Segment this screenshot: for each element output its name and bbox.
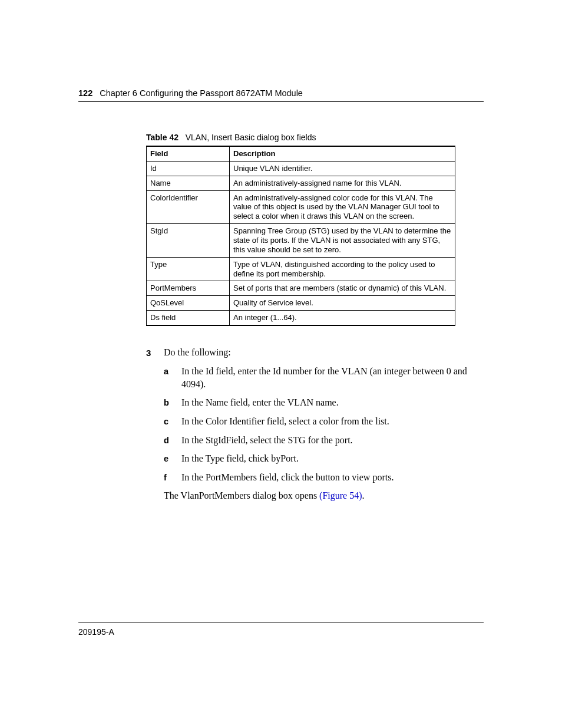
chapter-title: Chapter 6 Configuring the Passport 8672A… — [100, 88, 303, 98]
substep: fIn the PortMembers field, click the but… — [164, 471, 484, 484]
table-row: TypeType of VLAN, distinguished accordin… — [147, 257, 455, 281]
substep: aIn the Id field, enter the Id number fo… — [164, 365, 484, 390]
col-header-field: Field — [147, 146, 230, 161]
running-header: 122 Chapter 6 Configuring the Passport 8… — [78, 88, 484, 102]
table-row: NameAn administratively-assigned name fo… — [147, 176, 455, 190]
page-number: 122 — [78, 88, 92, 98]
document-id: 209195-A — [78, 627, 114, 637]
substep: bIn the Name field, enter the VLAN name. — [164, 396, 484, 409]
table-row: ColorIdentifierAn administratively-assig… — [147, 190, 455, 224]
substep: cIn the Color Identifier field, select a… — [164, 415, 484, 428]
col-header-description: Description — [230, 146, 455, 161]
table-row: PortMembersSet of ports that are members… — [147, 281, 455, 296]
followup-text: The VlanPortMembers dialog box opens (Fi… — [164, 489, 484, 502]
substep: dIn the StgIdField, select the STG for t… — [164, 434, 484, 447]
figure-link[interactable]: (Figure 54) — [319, 490, 362, 500]
table-row: Ds fieldAn integer (1...64). — [147, 311, 455, 325]
step-lead: Do the following: — [164, 346, 231, 359]
step-number: 3 — [146, 346, 164, 359]
page-footer: 209195-A — [78, 622, 484, 637]
table-row: IdUnique VLAN identifier. — [147, 161, 455, 176]
table-row: QoSLevelQuality of Service level. — [147, 296, 455, 311]
table-row: StgIdSpanning Tree Group (STG) used by t… — [147, 224, 455, 258]
table-caption-text: VLAN, Insert Basic dialog box fields — [186, 133, 316, 142]
step-block: 3 Do the following: aIn the Id field, en… — [146, 346, 484, 502]
fields-table: Field Description IdUnique VLAN identifi… — [146, 146, 455, 326]
table-caption-label: Table 42 — [146, 133, 178, 142]
substep: eIn the Type field, chick byPort. — [164, 452, 484, 465]
table-caption: Table 42 VLAN, Insert Basic dialog box f… — [146, 133, 484, 142]
